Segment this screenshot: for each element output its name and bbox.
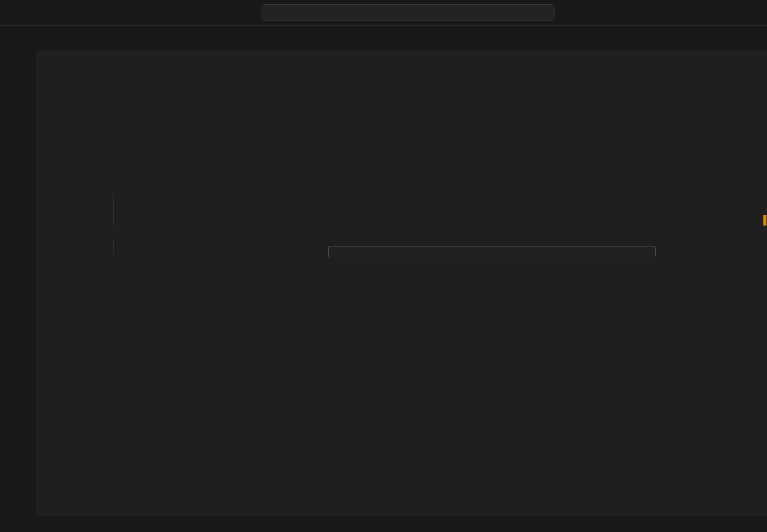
activity-bar — [0, 26, 36, 516]
workbench — [0, 26, 767, 516]
close-window-button[interactable] — [11, 10, 17, 16]
title-bar — [0, 0, 767, 26]
tab-bar — [36, 26, 767, 50]
hover-tooltip — [328, 246, 656, 257]
command-center-search[interactable] — [261, 4, 555, 21]
zoom-window-button[interactable] — [32, 10, 38, 16]
breadcrumb — [36, 50, 767, 67]
minimize-window-button[interactable] — [22, 10, 28, 16]
vscode-window — [0, 0, 767, 532]
editor-group — [36, 26, 767, 516]
editor-actions — [758, 26, 767, 50]
overview-ruler-marker — [763, 215, 766, 226]
indent-guide — [113, 194, 114, 224]
status-bar — [0, 516, 767, 532]
indent-guide — [113, 240, 114, 255]
traffic-lights — [0, 10, 38, 16]
code-editor[interactable] — [36, 67, 767, 516]
